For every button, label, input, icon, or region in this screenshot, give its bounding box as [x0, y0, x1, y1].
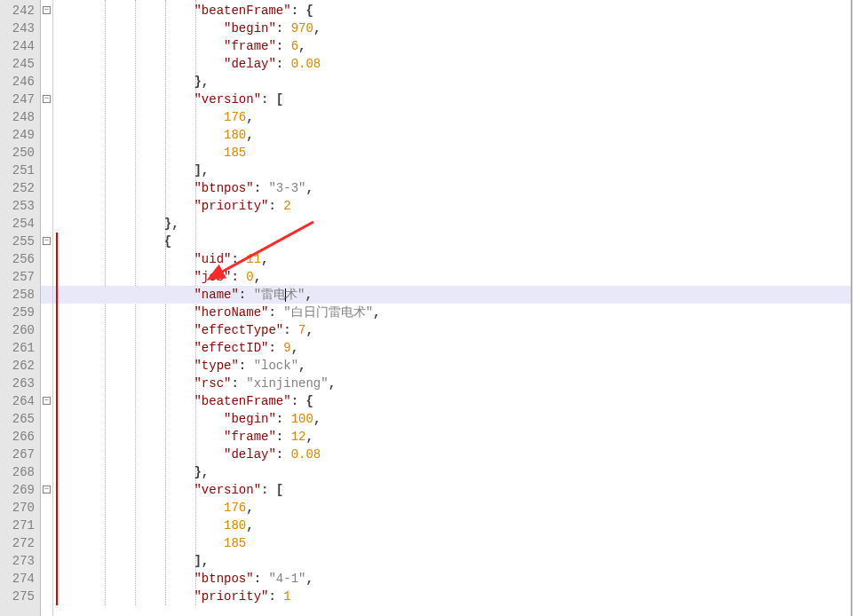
code-line[interactable]: "effectID": 9,	[69, 339, 851, 357]
token-pun: : {	[291, 394, 313, 408]
token-pun: ],	[194, 163, 209, 178]
code-line[interactable]: "uid": 11,	[69, 250, 851, 268]
token-pun: :	[231, 252, 246, 266]
line-number: 252	[0, 179, 40, 197]
fold-toggle[interactable]: −	[43, 6, 51, 14]
token-str: "雷电	[254, 288, 286, 302]
line-number: 254	[0, 215, 40, 233]
token-pun: ,	[246, 110, 253, 124]
code-line[interactable]: "btnpos": "4-1",	[69, 570, 851, 588]
token-key: "name"	[194, 288, 238, 302]
token-key: "beatenFrame"	[194, 4, 290, 18]
token-pun: : {	[291, 4, 313, 18]
token-key: "btnpos"	[194, 572, 253, 586]
token-num: 185	[224, 146, 246, 160]
code-line[interactable]: 180,	[69, 517, 851, 534]
change-marker	[56, 233, 58, 605]
code-line[interactable]: {	[69, 233, 851, 250]
token-str: "白日门雷电术"	[283, 305, 373, 320]
token-key: "delay"	[224, 447, 276, 462]
token-pun: ,	[305, 323, 313, 337]
token-str: "lock"	[254, 359, 298, 373]
token-pun: :	[276, 39, 291, 53]
code-line[interactable]: },	[69, 215, 851, 233]
token-num: 100	[291, 412, 313, 426]
token-num: 9	[283, 341, 290, 355]
line-number: 264	[0, 392, 40, 410]
token-key: "priority"	[194, 589, 268, 604]
token-str: 术"	[285, 288, 305, 302]
token-pun: ,	[329, 376, 336, 391]
fold-gutter[interactable]: −−−−−	[41, 0, 53, 616]
code-line[interactable]: "frame": 6,	[69, 37, 851, 55]
code-line[interactable]: "version": [	[69, 91, 851, 108]
code-line[interactable]: "delay": 0.08	[69, 446, 851, 463]
code-line[interactable]: "frame": 12,	[69, 428, 851, 446]
line-number: 274	[0, 570, 40, 588]
token-key: "priority"	[194, 199, 268, 213]
code-line[interactable]: "beatenFrame": {	[69, 2, 851, 20]
code-line[interactable]: },	[69, 463, 851, 481]
code-editor[interactable]: 2422432442452462472482492502512522532542…	[0, 0, 852, 616]
token-pun: ],	[194, 554, 209, 568]
token-pun: ,	[305, 181, 313, 195]
line-number: 253	[0, 197, 40, 215]
code-line[interactable]: },	[69, 73, 851, 91]
line-number: 260	[0, 321, 40, 339]
token-key: "job"	[194, 270, 231, 284]
token-pun: :	[254, 181, 269, 195]
code-line[interactable]: 176,	[69, 499, 851, 517]
token-pun: ,	[246, 518, 253, 533]
token-num: 12	[291, 430, 306, 444]
code-line[interactable]: ],	[69, 552, 851, 570]
line-number: 242	[0, 2, 40, 20]
token-pun: :	[239, 359, 254, 373]
line-number-gutter[interactable]: 2422432442452462472482492502512522532542…	[0, 0, 41, 616]
line-number: 271	[0, 517, 40, 534]
line-number: 266	[0, 428, 40, 446]
code-line[interactable]: "type": "lock",	[69, 357, 851, 375]
code-line[interactable]: "delay": 0.08	[69, 55, 851, 73]
code-line[interactable]: "begin": 100,	[69, 410, 851, 428]
token-num: 0.08	[291, 57, 321, 71]
line-number: 262	[0, 357, 40, 375]
token-num: 11	[246, 252, 261, 266]
code-line[interactable]: 176,	[69, 108, 851, 126]
code-line[interactable]: ],	[69, 162, 851, 179]
code-line[interactable]: 180,	[69, 126, 851, 144]
code-line[interactable]: 185	[69, 534, 851, 552]
code-line[interactable]: "effectType": 7,	[69, 321, 851, 339]
fold-toggle[interactable]: −	[43, 237, 51, 245]
token-pun: {	[164, 234, 171, 249]
line-number: 250	[0, 144, 40, 162]
token-num: 970	[291, 21, 313, 36]
code-line[interactable]: "version": [	[69, 481, 851, 499]
code-area[interactable]: "beatenFrame": { "begin": 970, "frame": …	[69, 0, 851, 616]
token-key: "version"	[194, 483, 261, 497]
line-number: 258	[0, 286, 40, 304]
token-str: "xinjineng"	[246, 376, 328, 391]
token-pun: ,	[246, 501, 253, 515]
code-line[interactable]: "btnpos": "3-3",	[69, 179, 851, 197]
code-line[interactable]: "job": 0,	[69, 268, 851, 286]
fold-toggle[interactable]: −	[43, 397, 51, 405]
code-line[interactable]: "name": "雷电术",	[69, 286, 851, 304]
token-key: "effectID"	[194, 341, 268, 355]
code-line[interactable]: "beatenFrame": {	[69, 392, 851, 410]
token-pun: :	[283, 323, 298, 337]
token-pun: ,	[254, 270, 261, 284]
code-line[interactable]: "heroName": "白日门雷电术",	[69, 304, 851, 321]
line-number: 275	[0, 588, 40, 605]
token-pun: :	[231, 270, 246, 284]
code-line[interactable]: 185	[69, 144, 851, 162]
line-number: 246	[0, 73, 40, 91]
code-line[interactable]: "begin": 970,	[69, 20, 851, 37]
token-pun: :	[268, 341, 283, 355]
token-key: "heroName"	[194, 305, 268, 320]
fold-toggle[interactable]: −	[43, 95, 51, 103]
fold-toggle[interactable]: −	[43, 486, 51, 494]
token-pun: :	[276, 412, 291, 426]
code-line[interactable]: "rsc": "xinjineng",	[69, 375, 851, 392]
code-line[interactable]: "priority": 1	[69, 588, 851, 605]
code-line[interactable]: "priority": 2	[69, 197, 851, 215]
